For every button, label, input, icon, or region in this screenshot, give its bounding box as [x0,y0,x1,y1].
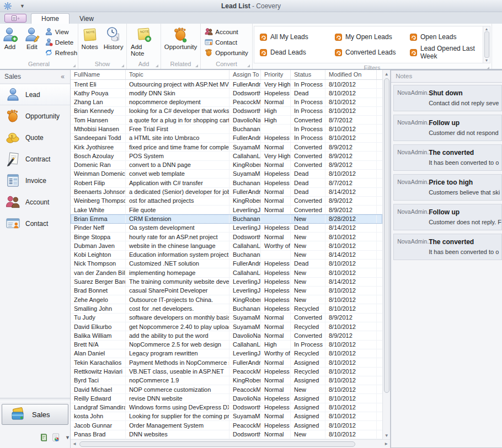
table-row[interactable]: Nick Thompson Customized .NET solution F… [71,260,382,268]
table-row[interactable]: Kathy Pouya modify DNN Skin Dodsworth...… [71,89,382,98]
tab-home[interactable]: Home [31,13,70,24]
edit-button[interactable]: Edit [21,25,43,51]
filter-item[interactable]: My Open Leads [335,29,405,45]
table-row[interactable]: Landgraf Simandirakis Windows forms usin… [71,403,382,412]
table-row[interactable]: David Elkurbo get Nopcommerce 2.40 to pl… [71,322,382,331]
filter-item[interactable]: Open Leads [410,29,480,45]
table-row[interactable]: Panas Brad DNN websites Dodsworth... Nor… [71,430,382,439]
table-row[interactable]: Alan Daniel Legacy program rewritten Lev… [71,349,382,358]
table-row[interactable]: kosta John Looking for supplier for the … [71,412,382,421]
scroll-down-icon[interactable]: ▼ [485,58,489,62]
add-button[interactable]: Add [0,25,21,51]
table-horizontal-scrollbar[interactable]: ◄ ► [71,439,390,448]
note-card[interactable]: NovaAdmin... Shut down Contact did not r… [393,85,502,111]
cell-priority [261,125,291,133]
table-row[interactable]: Kirk Jyothisree fixed price and time fra… [71,143,382,152]
column-header-assign-to[interactable]: Assign To [229,70,261,79]
note-card[interactable]: NovaAdmin... Follow up Customer does not… [393,204,502,230]
scroll-left-icon[interactable]: ◄ [71,441,78,446]
table-row[interactable]: Binge Stoppa hourly rate for an ASP.net … [71,233,382,241]
convert-contact-button[interactable]: Contact [203,37,249,47]
table-row[interactable]: Zhang Lan nopcommerce deployment Peacock… [71,98,382,107]
table-row[interactable]: Kobi Leighton Education information syst… [71,251,382,260]
scrollbar-thumb[interactable] [79,441,355,447]
cell-status: Assigned [291,376,325,385]
sidebar-item-invoice[interactable]: Invoice [0,170,70,191]
scroll-down-icon[interactable]: ▼ [384,431,389,439]
table-row[interactable]: Jacob Gunnar Order Management System Pea… [71,421,382,430]
filters-scrollbar[interactable]: ▲ ▼ [483,26,490,63]
table-row[interactable]: Lake White File quote LeverlingJa... Nor… [71,206,382,214]
table-row[interactable]: Brett N/A NopCommerce 2.5 for web design… [71,341,382,349]
scrollbar-thumb[interactable] [484,31,489,58]
table-row[interactable]: Weinman Domenic convet web template Suya… [71,170,382,179]
table-row[interactable]: Tekin Karachalios Payment Methods in Nop… [71,358,382,367]
table-row[interactable]: Zehe Angelo Outsource IT-projects to Chi… [71,295,382,304]
table-row[interactable]: Pinder Neff Oa system development Leverl… [71,224,382,233]
table-row[interactable]: Mthobisi Hansen Free Trial First Buchana… [71,125,382,133]
sidebar-item-opportunity[interactable]: Opportunity [0,105,70,127]
table-row[interactable]: Sandeepani Todd a HTML site into Umbraco… [71,134,382,143]
table-row[interactable]: Tu Judy software developers on monthly b… [71,314,382,322]
column-header-priority[interactable]: Priority [261,70,291,79]
refresh-button[interactable]: Refresh [43,47,79,58]
filter-item[interactable]: All My Leads [260,29,330,45]
filter-item[interactable]: Dead Leads [260,45,330,60]
sales-module-button[interactable]: Sales [2,404,68,425]
scroll-up-icon[interactable]: ▲ [384,70,389,78]
configure-buttons-caret-icon[interactable]: ▼ [65,435,70,440]
table-row[interactable]: Suarez Berger Barden... The training com… [71,278,382,287]
related-opportunity-button[interactable]: Opportunity [162,25,200,51]
note-card[interactable]: NovaAdmin... The converted It has been c… [393,234,502,260]
report-chart-icon[interactable] [52,430,60,445]
application-menu-button[interactable] [4,14,26,23]
column-header-modified-on[interactable]: Modified On [325,70,377,79]
tab-view[interactable]: View [70,13,104,24]
column-header-topic[interactable]: Topic [126,70,229,79]
scroll-right-icon[interactable]: ► [382,441,390,446]
table-row[interactable]: Bosch Azoulay POS System CallahanLa... V… [71,152,382,160]
table-row[interactable]: van der Zanden Bill implementing homepag… [71,268,382,277]
table-row[interactable]: Weinberg Thompson ost for attached proje… [71,197,382,206]
notes-button[interactable]: NOTE Notes [79,25,101,51]
sidebar-item-contact[interactable]: Contact [0,213,70,234]
table-row[interactable]: Trent Eli Outsourcing project with ASP.N… [71,80,382,89]
filter-item[interactable]: Converted Leads [335,45,405,60]
table-row[interactable]: Rettkowitz Haviari VB.NET class, useable… [71,368,382,376]
add-note-button[interactable]: NOTE Add Note [128,25,159,58]
convert-opportunity-button[interactable]: Opportunity [203,47,249,58]
sidebar-collapse-icon[interactable]: « [61,73,65,80]
column-header-status[interactable]: Status [291,70,325,79]
table-vertical-scrollbar[interactable]: ▲ ▼ [382,70,390,439]
table-row[interactable]: Brian Kennedy looking for a C# developer… [71,107,382,116]
sidebar-item-lead[interactable]: Lead [0,84,70,105]
table-row[interactable]: Smalling John cost for .net developers. … [71,304,382,313]
table-row[interactable]: Reilly Edward revise DNN website Davolio… [71,394,382,403]
table-row[interactable]: Beenaerts Johnson a dedicated (Senior) d… [71,188,382,197]
table-row[interactable]: David Michael NOP commerce customization… [71,385,382,394]
delete-button[interactable]: Delete [43,37,79,47]
table-row[interactable]: Tom Hansen a quote for a plug in for sho… [71,116,382,125]
view-button[interactable]: View [43,26,79,37]
scroll-up-icon[interactable]: ▲ [485,27,489,31]
table-row[interactable]: Robert Filip Application with C# transfe… [71,179,382,187]
sidebar-item-account[interactable]: Account [0,191,70,213]
table-row[interactable]: Brian Emma CRM Extension BuchananS... Ne… [71,214,382,223]
table-row[interactable]: Domenic Ran convert to a DNN page KingRo… [71,161,382,170]
note-card[interactable]: NovaAdmin... Follow up Customer did not … [393,115,502,141]
table-row[interactable]: Brad Bonnet casual SharePoint Developer … [71,287,382,295]
history-button[interactable]: History [101,25,126,51]
column-header-fullname[interactable]: FullName [71,70,126,79]
sidebar-item-contract[interactable]: Contract [0,148,70,170]
table-row[interactable]: Byrd Taci nopCommerce 1.9 KingRobert Nor… [71,376,382,385]
scrollbar-thumb[interactable] [384,78,389,393]
note-card[interactable]: NovaAdmin... Price too high Customers be… [393,174,502,201]
sidebar-item-quote[interactable]: $ Quote [0,127,70,148]
convert-account-button[interactable]: Account [203,26,249,37]
ledger-book-icon[interactable] [40,430,48,445]
filter-item[interactable]: Lead Opened Last Week [410,45,480,60]
table-row[interactable]: Balika William add the ability to put th… [71,331,382,340]
note-card[interactable]: NovaAdmin... The converted It has been c… [393,144,502,171]
table-row[interactable]: Dubman Javen website in the chinese lang… [71,241,382,250]
sidebar-splitter[interactable] [0,398,70,401]
